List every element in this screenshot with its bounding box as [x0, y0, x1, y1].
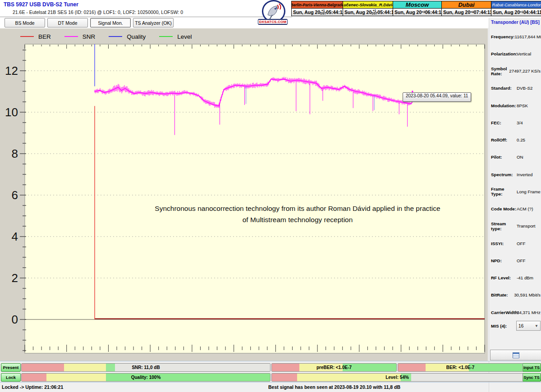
row-label: CarrierWidth: [491, 310, 517, 315]
header: TBS 5927 USB DVB-S2 Tuner 21.6E - Eutels… [0, 0, 541, 28]
row-label: RF Level: [491, 275, 517, 280]
row-label: Symbol Rate: [491, 66, 509, 76]
row-value: 11617,844 MHz [515, 34, 541, 39]
quality-bar-label: Quality: 100% [22, 374, 270, 381]
transponder-row-npd: NPD:OFF [491, 252, 541, 269]
row-value: -41 dBm [517, 275, 533, 280]
transponder-row-frequency: Frequency:11617,844 MHz [491, 28, 541, 45]
mis-select[interactable]: 16 ▼ [516, 321, 541, 331]
clock-lu-enec-slovakia-r-d-vid: Lučenec-Slovakia_R.DávidSun, Aug 20+1DST… [343, 1, 393, 16]
header-divider [0, 17, 292, 17]
tab-signal-mon[interactable]: Signal Mon. [90, 18, 131, 27]
clock-berlin-paris-vienna-belgrade: Berlin-Paris-Vienna-BelgradeSun, Aug 20+… [292, 1, 343, 16]
row-value: ON [517, 155, 523, 160]
row-value: Long Frame [517, 189, 541, 194]
y-tick-label: 2 [12, 271, 18, 285]
transponder-row-modulation: Modulation:8PSK [491, 97, 541, 114]
row-value: 0.25 [517, 137, 525, 142]
row-value: DVB-S2 [517, 86, 532, 91]
row-value: 3/4 [517, 120, 523, 125]
transponder-row-carrierwidth: CarrierWidth:34,371 MHz [491, 304, 541, 321]
row-value: OFF [517, 241, 526, 246]
transponder-row-pilot: Pilot:ON [491, 149, 541, 166]
tab-ts-analyzer-ok[interactable]: TS Analyzer (OK) [133, 18, 174, 27]
row-label: Pilot: [491, 155, 517, 160]
ber-bar: BER: <1.0E-7 [398, 363, 523, 372]
signal-chart[interactable]: 024681012 [0, 28, 488, 361]
chart-annotation: Synchronous nanocorrection technology fr… [126, 203, 469, 225]
ber-bar-label: BER: <1.0E-7 [398, 364, 523, 371]
plot-area [25, 44, 485, 353]
transponder-sidebar: Transponder (AU) [BS] Frequency:11617,84… [489, 18, 541, 392]
clock-utc-offset: +1 [520, 11, 523, 14]
row-value: 34,371 MHz [517, 310, 541, 315]
tab-dt-mode[interactable]: DT Mode [47, 18, 88, 27]
mis-label: MIS (4): [491, 324, 513, 328]
clock-hms: 07:44:11 [474, 9, 492, 15]
y-tick-label: 6 [12, 188, 18, 202]
transponder-row-fec: FEC:3/4 [491, 114, 541, 131]
row-label: Stream type: [491, 221, 517, 231]
row-value: OFF [517, 258, 526, 263]
tab-bs-mode[interactable]: BS Mode [5, 18, 45, 27]
clock-time: Sun, Aug 20+104:44:11 [491, 9, 541, 16]
clock-date: Sun, Aug 20 [493, 9, 520, 15]
row-value: ACM (?) [517, 206, 533, 211]
transponder-row-symbol-rate: Symbol Rate:27497,227 KS/s [491, 63, 541, 80]
sync-ts-indicator[interactable]: Sync TS [522, 373, 541, 382]
lock-indicator[interactable]: Lock [1, 373, 21, 382]
y-tick-label: 8 [12, 147, 18, 160]
preber-bar: preBER: <1.0E-7 [271, 363, 397, 372]
clock-utc-offset: +4 [470, 11, 473, 14]
annotation-line2: of Multistream technology reception [126, 214, 469, 225]
row-value: 27497,227 KS/s [509, 68, 541, 73]
level-bar: Level: 54% [271, 373, 523, 382]
transponder-row-frame-type: Frame Type:Long Frame [491, 183, 541, 200]
row-label: RollOff: [491, 137, 517, 142]
sidebar-title: Transponder (AU) [BS] [491, 20, 540, 25]
snr-bar: SNR: 11,0 dB [21, 363, 270, 372]
preber-bar-label: preBER: <1.0E-7 [272, 364, 396, 371]
y-tick-label: 12 [5, 64, 18, 77]
row-label: Code Mode: [491, 206, 517, 211]
transponder-row-standard: Standard:DVB-S2 [491, 80, 541, 97]
quality-bar: Quality: 100% [21, 373, 270, 382]
dxsatcs-logo: DXSATCS.COM [258, 0, 289, 26]
clock-date: Sun, Aug 20 [293, 9, 320, 15]
window-panes-icon [513, 352, 519, 358]
window-title: TBS 5927 USB DVB-S2 Tuner [4, 1, 78, 8]
transponder-row-spectrum: Spectrum:Inverted [491, 166, 541, 183]
input-ts-indicator[interactable]: Input TS [522, 363, 541, 372]
row-value: 8PSK [517, 103, 528, 108]
clock-date: Sun, Aug 20 [394, 9, 422, 15]
annotation-line1: Synchronous nanocorrection technology fr… [126, 203, 469, 214]
y-tick-label: 4 [12, 230, 18, 243]
clock-hms: 05:44:11 [326, 9, 344, 15]
clock-time: Sun, Aug 20+1DST05:44:11 [343, 9, 393, 16]
clock-hms: 06:44:11 [425, 9, 444, 15]
row-label: Standard: [491, 86, 517, 91]
present-indicator[interactable]: Present [1, 363, 21, 372]
world-clocks: Berlin-Paris-Vienna-BelgradeSun, Aug 20+… [291, 1, 541, 16]
clock-moscow: MoscowSun, Aug 20+306:44:11 [393, 1, 442, 16]
row-label: Frequency: [491, 34, 515, 39]
row-value: Vertical [517, 51, 531, 56]
transponder-row-code-mode: Code Mode:ACM (?) [491, 201, 541, 218]
clock-city-label: Rabat-Casablanca-London [491, 1, 541, 9]
y-tick-label: 10 [5, 105, 18, 119]
clock-time: Sun, Aug 20+407:44:11 [442, 9, 491, 16]
transponder-subtitle: 21.6E - Eutelsat 21B SES 16 (ID: 0216) @… [13, 9, 183, 15]
clock-dubai: DubaiSun, Aug 20+407:44:11 [442, 1, 491, 16]
clock-utc-offset: +1DST [371, 9, 377, 15]
transponder-row-rf-level: RF Level:-41 dBm [491, 269, 541, 287]
transponder-row-issyi: ISSYI:OFF [491, 235, 541, 252]
row-label: FEC: [491, 120, 517, 125]
status-uptime: Locked -> Uptime: 21:06:21 [2, 384, 63, 390]
transponder-rows: Frequency:11617,844 MHzPolarization:Vert… [491, 28, 541, 321]
panel-toggle-button[interactable] [490, 350, 541, 360]
row-label: Frame Type: [491, 187, 517, 196]
row-label: NPD: [491, 258, 517, 263]
divider-top [0, 361, 541, 361]
status-best-signal: Best signal has been seen at 2023-08-19 … [268, 384, 400, 390]
clock-hms: 04:44:11 [523, 9, 541, 15]
